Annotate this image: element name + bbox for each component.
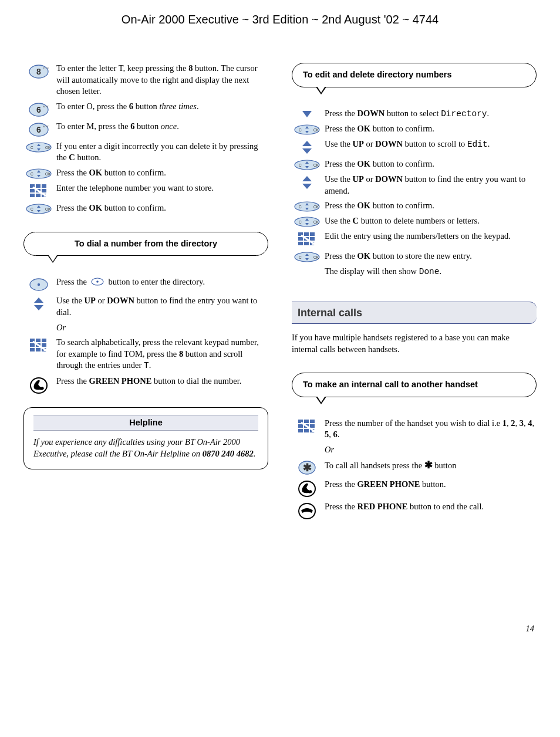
svg-marker-53 (302, 111, 312, 117)
steps-a: 8TUVTo enter the letter T, keep pressing… (23, 63, 268, 214)
svg-text:C: C (299, 220, 302, 224)
svg-marker-67 (302, 184, 312, 189)
instruction-step: COKPress the OK button to confirm. (292, 200, 537, 212)
svg-text:TUV: TUV (43, 67, 49, 70)
c-ok-icon: COK (23, 141, 54, 153)
callout-dial-directory: To dial a number from the directory (23, 232, 268, 256)
right-column: To edit and delete directory numbers Pre… (292, 63, 537, 523)
step-text: Use the UP or DOWN button to scroll to E… (322, 138, 537, 151)
spacer (292, 266, 322, 267)
key-8-icon: 8TUV (23, 63, 54, 79)
svg-rect-26 (36, 194, 41, 197)
svg-rect-24 (42, 189, 46, 192)
instruction-step: COKPress the OK button to store the new … (292, 251, 537, 262)
helpline-box: Helpline If you experience any difficult… (23, 407, 268, 470)
step-text: Press the GREEN PHONE button to dial the… (54, 376, 268, 387)
key-6-icon: 6MNO (23, 121, 54, 137)
svg-rect-83 (310, 237, 315, 241)
svg-text:OK: OK (45, 146, 51, 150)
svg-point-38 (96, 281, 99, 283)
instruction-step: The display will then show Done. (292, 266, 537, 278)
svg-text:C: C (299, 205, 302, 209)
svg-rect-100 (298, 429, 303, 432)
updown-icon (292, 174, 322, 190)
step-text: Press the OK button to confirm. (54, 202, 268, 214)
updown-icon (292, 138, 322, 155)
svg-rect-47 (30, 348, 35, 351)
svg-text:C: C (31, 172, 33, 176)
instruction-step: Press the button to enter the directory. (23, 276, 268, 292)
section-header-internal-calls: Internal calls (292, 302, 537, 324)
svg-rect-43 (42, 339, 46, 342)
keypad-icon (292, 231, 322, 247)
step-text: Press the OK button to confirm. (54, 167, 268, 179)
svg-rect-46 (42, 343, 46, 347)
svg-text:MNO: MNO (43, 125, 49, 128)
instruction-step: Press the DOWN button to select Director… (292, 108, 537, 120)
c-ok-icon: COK (292, 200, 322, 212)
instruction-step: COKPress the OK button to confirm. (292, 123, 537, 135)
svg-text:OK: OK (313, 128, 319, 132)
step-text: Press the OK button to confirm. (322, 123, 537, 135)
steps-c: Press the DOWN button to select Director… (292, 108, 537, 278)
step-text: If you enter a digit incorrectly you can… (54, 141, 268, 164)
step-text: Press the button to enter the directory. (54, 276, 268, 288)
instruction-step: COKUse the C button to delete numbers or… (292, 215, 537, 227)
svg-text:C: C (299, 163, 302, 167)
instruction-step: COKIf you enter a digit incorrectly you … (23, 141, 268, 164)
svg-rect-44 (30, 343, 35, 347)
svg-rect-101 (304, 429, 309, 432)
step-text: Enter the telephone number you want to s… (54, 182, 268, 194)
step-text: To enter M, press the 6 button once. (54, 121, 268, 133)
green-phone-icon (23, 376, 54, 394)
step-text: Press the OK button to store the new ent… (322, 251, 537, 262)
svg-text:MNO: MNO (43, 105, 49, 108)
c-ok-icon: COK (292, 123, 322, 135)
star-icon: ✱ (292, 459, 322, 475)
keypad-icon (23, 182, 54, 199)
down-icon (292, 108, 322, 119)
instruction-step: ✱To call all handsets press the ✱ button (292, 459, 537, 475)
instruction-step: Or (23, 322, 268, 334)
c-ok-icon: COK (292, 251, 322, 262)
step-text: Or (322, 444, 537, 456)
c-ok-icon: COK (23, 167, 54, 179)
step-text: Use the UP or DOWN button to find the en… (322, 174, 537, 197)
instruction-step: Enter the telephone number you want to s… (23, 182, 268, 199)
steps-d: Press the number of the handset you wish… (292, 418, 537, 520)
svg-marker-40 (34, 305, 43, 310)
instruction-step: Or (292, 444, 537, 456)
svg-marker-59 (302, 141, 312, 146)
c-ok-icon: COK (23, 202, 54, 214)
svg-rect-97 (298, 424, 303, 428)
svg-rect-81 (298, 237, 303, 241)
callout-edit-directory: To edit and delete directory numbers (292, 63, 537, 87)
svg-text:OK: OK (313, 220, 319, 224)
keypad-icon (23, 337, 54, 353)
instruction-step: COKPress the OK button to confirm. (23, 167, 268, 179)
svg-text:OK: OK (313, 255, 319, 259)
svg-text:8: 8 (36, 67, 41, 76)
svg-rect-48 (36, 348, 41, 351)
helpline-text: If you experience any difficulties using… (33, 437, 258, 459)
instruction-step: Use the UP or DOWN button to find the en… (23, 295, 268, 318)
step-text: To enter the letter T, keep pressing the… (54, 63, 268, 97)
instruction-step: Press the GREEN PHONE button. (292, 479, 537, 498)
step-text: To search alphabetically, press the rele… (54, 337, 268, 372)
instruction-step: COKPress the OK button to confirm. (23, 202, 268, 214)
instruction-step: Use the UP or DOWN button to find the en… (292, 174, 537, 197)
svg-rect-84 (298, 242, 303, 245)
step-text: Use the C button to delete numbers or le… (322, 215, 537, 227)
instruction-step: COKPress the OK button to confirm. (292, 158, 537, 170)
svg-text:C: C (31, 146, 33, 150)
svg-rect-21 (42, 184, 46, 188)
instruction-step: Edit the entry using the numbers/letters… (292, 231, 537, 247)
svg-text:6: 6 (36, 105, 41, 114)
svg-rect-85 (304, 242, 309, 245)
helpline-title: Helpline (33, 415, 258, 431)
instruction-step: Press the number of the handset you wish… (292, 418, 537, 441)
step-text: Or (54, 322, 268, 334)
svg-rect-99 (310, 424, 315, 428)
instruction-step: 6MNOTo enter O, press the 6 button three… (23, 101, 268, 117)
svg-text:OK: OK (45, 207, 51, 211)
